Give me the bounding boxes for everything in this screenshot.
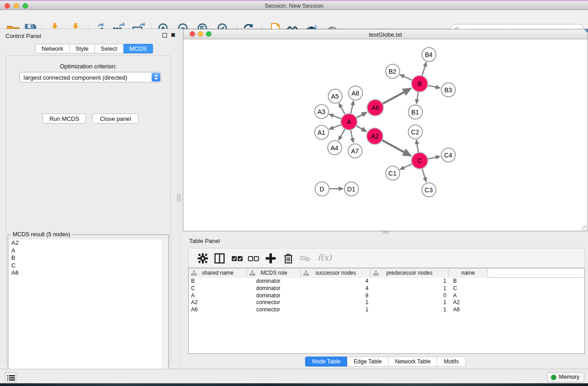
table-row[interactable]: A6connector11A6	[189, 306, 584, 314]
tab-mcds[interactable]: MCDS	[124, 44, 153, 53]
result-item[interactable]: A2	[9, 239, 163, 247]
tab-network-table[interactable]: Network Table	[389, 357, 438, 367]
node-table[interactable]: shared nameMCDS rolesuccessor nodesprede…	[188, 268, 585, 354]
close-panel-button[interactable]: Close panel	[92, 114, 139, 124]
memory-label: Memory	[559, 374, 579, 380]
graph-node-A6[interactable]: A6	[367, 99, 384, 116]
graph-node-A2[interactable]: A2	[366, 128, 383, 145]
tab-motifs[interactable]: Motifs	[437, 357, 465, 367]
show-column-icon[interactable]	[214, 253, 225, 264]
graph-node-C1[interactable]: C1	[385, 166, 400, 181]
column-header-shared-name[interactable]: shared name	[189, 268, 247, 278]
table-cell: A	[449, 292, 488, 300]
table-cell: 1	[371, 306, 449, 314]
function-builder-icon[interactable]: f(x)	[315, 253, 335, 264]
splitter-handle[interactable]	[177, 194, 181, 201]
table-panel-title: Table Panel	[189, 238, 220, 244]
table-row[interactable]: Bdominator41B	[189, 278, 584, 285]
table-cell: 1	[371, 285, 449, 292]
task-history-icon	[6, 373, 16, 382]
resize-grip-icon[interactable]	[582, 225, 587, 230]
tab-style[interactable]: Style	[70, 44, 95, 53]
table-row[interactable]: Adominator80A	[189, 292, 584, 300]
delete-table-icon[interactable]	[299, 253, 311, 264]
table-row[interactable]: Cdominator41C	[189, 285, 584, 292]
table-cell: 1	[301, 299, 371, 306]
table-cell: dominator	[247, 292, 301, 300]
result-item[interactable]: B	[9, 254, 163, 262]
graph-node-B[interactable]: B	[411, 75, 428, 92]
session-title: Session: New Session	[0, 2, 588, 9]
table-cell: connector	[247, 299, 301, 306]
graph-node-B1[interactable]: B1	[408, 105, 423, 119]
delete-row-icon[interactable]	[282, 253, 294, 264]
table-cell: A6	[189, 306, 247, 314]
graph-node-A1[interactable]: A1	[314, 125, 329, 140]
column-header-successor-nodes[interactable]: successor nodes	[301, 268, 371, 278]
run-mcds-button[interactable]: Run MCDS	[43, 114, 86, 124]
graph-node-D[interactable]: D	[315, 181, 330, 196]
graph-node-A5[interactable]: A5	[328, 89, 343, 104]
select-stepper-icon	[152, 73, 160, 81]
table-cell: 1	[371, 278, 449, 285]
mcds-result-title: MCDS result (5 nodes)	[11, 231, 72, 238]
table-options-icon[interactable]	[197, 253, 209, 264]
column-header-predecessor-nodes[interactable]: predecessor nodes	[371, 268, 449, 278]
panel-splitter[interactable]	[177, 29, 183, 369]
result-item[interactable]: C	[9, 262, 163, 270]
table-cell: C	[189, 285, 247, 292]
network-canvas[interactable]: AA1A2A3A4A5A6A7A8BB1B2B3B4CC1C2C3C4DD1	[183, 39, 588, 231]
table-header-row: shared nameMCDS rolesuccessor nodesprede…	[189, 268, 584, 278]
fx-label: f(x)	[318, 253, 332, 262]
task-history-button[interactable]	[5, 372, 16, 382]
control-panel-header: Control Panel ✖	[0, 29, 177, 43]
result-item[interactable]: A6	[9, 269, 163, 277]
graph-node-A4[interactable]: A4	[327, 140, 342, 155]
graph-node-A7[interactable]: A7	[348, 143, 363, 158]
graph-node-C4[interactable]: C4	[441, 148, 456, 162]
tab-select[interactable]: Select	[95, 44, 124, 53]
table-body: Bdominator41BCdominator41CAdominator80AA…	[189, 278, 584, 314]
main-toolbar	[0, 10, 588, 29]
main-titlebar: Session: New Session	[0, 0, 588, 10]
table-cell: 4	[301, 278, 371, 285]
graph-node-A8[interactable]: A8	[348, 86, 363, 100]
optimization-criterion-label: Optimization criterion:	[6, 63, 170, 70]
graph-node-A[interactable]: A	[340, 113, 358, 130]
criterion-select[interactable]: largest connected component (directed)	[19, 72, 161, 82]
close-icon[interactable]: ✖	[171, 33, 176, 38]
desktop-background	[0, 383, 588, 386]
graph-node-C3[interactable]: C3	[421, 182, 436, 197]
memory-button[interactable]: Memory	[547, 372, 584, 382]
tab-node-table[interactable]: Node Table	[305, 357, 347, 367]
table-cell: 4	[301, 285, 371, 292]
table-cell: 8	[301, 292, 371, 300]
mcds-result-list[interactable]: A2ABCA6	[9, 239, 163, 386]
graph-node-C2[interactable]: C2	[408, 124, 423, 139]
control-panel-title: Control Panel	[5, 33, 41, 39]
column-header-name[interactable]: name	[449, 268, 488, 278]
mcds-panel: Optimization criterion: largest connecte…	[6, 55, 171, 363]
graph-node-B4[interactable]: B4	[421, 47, 436, 62]
graph-node-B2[interactable]: B2	[385, 64, 400, 79]
column-header-MCDS-role[interactable]: MCDS role	[247, 268, 301, 278]
tab-edge-table[interactable]: Edge Table	[347, 357, 388, 367]
result-item[interactable]: A	[9, 247, 163, 255]
table-row[interactable]: A2connector11A2	[189, 299, 584, 306]
graph-node-C[interactable]: C	[411, 152, 428, 169]
deselect-all-icon[interactable]	[248, 253, 259, 264]
table-cell: B	[449, 278, 488, 285]
tab-network[interactable]: Network	[35, 44, 70, 53]
select-all-icon[interactable]	[231, 253, 243, 264]
network-window-titlebar: testGlobe.txt	[183, 29, 588, 39]
graph-node-D1[interactable]: D1	[344, 181, 359, 196]
mcds-result-group: MCDS result (5 nodes) A2ABCA6	[8, 234, 169, 386]
float-icon[interactable]	[163, 33, 167, 38]
graph-node-A3[interactable]: A3	[314, 104, 329, 119]
graph-node-B3[interactable]: B3	[441, 82, 456, 97]
result-scrollbar[interactable]	[162, 239, 167, 386]
table-toolbar: f(x)	[188, 248, 585, 268]
table-cell: 1	[301, 306, 371, 314]
add-row-icon[interactable]	[265, 253, 277, 264]
network-view-window: testGlobe.txt AA1A2A3A4A5A6A7A8BB1B2B3B4…	[183, 29, 588, 231]
